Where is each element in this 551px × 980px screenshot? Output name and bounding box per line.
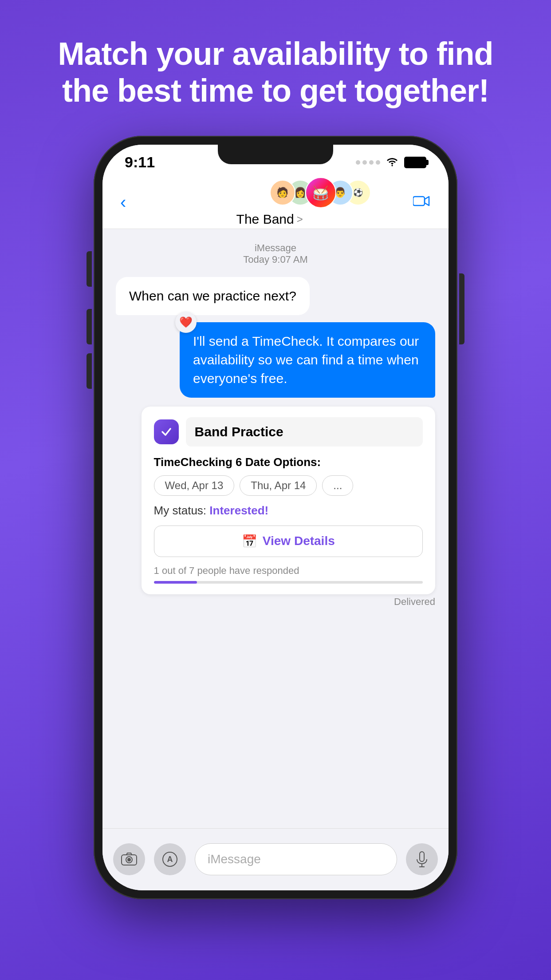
reaction-heart: ❤️: [175, 312, 197, 333]
chat-content: iMessage Today 9:07 AM When can we pract…: [102, 229, 449, 828]
signal-dot-4: [376, 160, 380, 165]
group-name-label: The Band: [236, 212, 294, 227]
headline-line1: Match your availability to find: [58, 36, 493, 71]
tc-progress-bar: [154, 581, 423, 584]
tc-progress-label: 1 out of 7 people have responded: [154, 565, 423, 577]
svg-text:A: A: [167, 855, 173, 864]
view-details-button[interactable]: 📅 View Details: [154, 526, 423, 557]
tc-header: Band Practice: [154, 417, 423, 447]
tc-subtitle: TimeChecking 6 Date Options:: [154, 455, 423, 469]
status-time: 9:11: [125, 154, 155, 171]
status-icons: [356, 155, 426, 170]
view-details-icon: 📅: [242, 534, 257, 549]
tc-date-more: ...: [322, 475, 353, 496]
timecheck-card-wrapper: Band Practice TimeChecking 6 Date Option…: [142, 405, 435, 608]
outgoing-message-text: I'll send a TimeCheck. It compares our a…: [193, 334, 419, 386]
nav-chevron-icon: >: [297, 213, 303, 225]
imessage-input[interactable]: iMessage: [195, 843, 397, 875]
tc-progress-fill: [154, 581, 197, 584]
wifi-icon: [386, 155, 399, 170]
incoming-bubble: When can we practice next?: [116, 277, 310, 315]
tc-status: My status: Interested!: [154, 504, 423, 518]
bottom-bar: A iMessage: [102, 828, 449, 890]
svg-point-4: [127, 858, 131, 861]
svg-rect-0: [413, 197, 425, 205]
tc-status-value: Interested!: [209, 504, 268, 517]
imessage-placeholder: iMessage: [208, 852, 261, 866]
signal-dot-3: [369, 160, 374, 165]
audio-button[interactable]: [406, 843, 438, 875]
signal-dot-2: [362, 160, 367, 165]
tc-status-label: My status:: [154, 504, 206, 517]
phone-frame: 9:11: [94, 136, 457, 899]
view-details-label: View Details: [263, 534, 335, 548]
outgoing-message-row: ❤️ I'll send a TimeCheck. It compares ou…: [116, 322, 435, 398]
signal-dot-1: [356, 160, 360, 165]
avatar-0: 🧑: [270, 180, 295, 205]
tc-app-icon: [154, 419, 179, 444]
phone-screen: 9:11: [102, 145, 449, 890]
apps-button[interactable]: A: [154, 843, 186, 875]
tc-title: Band Practice: [195, 424, 414, 439]
battery-icon: [404, 157, 426, 168]
tc-date-2: Thu, Apr 14: [240, 475, 317, 496]
tc-date-1: Wed, Apr 13: [154, 475, 235, 496]
nav-bar: ‹ 🧑 👩 🥁 👨 ⚽ The Band >: [102, 176, 449, 229]
svg-rect-7: [420, 852, 424, 861]
incoming-message-text: When can we practice next?: [129, 288, 296, 303]
incoming-message-row: When can we practice next?: [116, 277, 435, 315]
outgoing-bubble: ❤️ I'll send a TimeCheck. It compares ou…: [180, 322, 435, 398]
tc-title-box: Band Practice: [186, 417, 423, 447]
tc-dates: Wed, Apr 13 Thu, Apr 14 ...: [154, 475, 423, 496]
timecheck-card: Band Practice TimeChecking 6 Date Option…: [142, 407, 435, 594]
nav-center: 🧑 👩 🥁 👨 ⚽ The Band >: [236, 177, 303, 227]
timestamp-label: iMessage Today 9:07 AM: [116, 242, 435, 265]
avatar-center: 🥁: [305, 177, 336, 208]
headline: Match your availability to find the best…: [22, 36, 528, 109]
headline-line2: the best time to get together!: [62, 73, 489, 108]
nav-group-name[interactable]: The Band >: [236, 212, 303, 227]
back-button[interactable]: ‹: [120, 192, 126, 212]
signal-dots: [356, 160, 380, 165]
video-call-button[interactable]: [413, 193, 431, 211]
camera-button[interactable]: [113, 843, 145, 875]
delivered-label: Delivered: [142, 596, 435, 608]
timecheck-row: Band Practice TimeChecking 6 Date Option…: [116, 405, 435, 608]
notch: [218, 145, 333, 164]
